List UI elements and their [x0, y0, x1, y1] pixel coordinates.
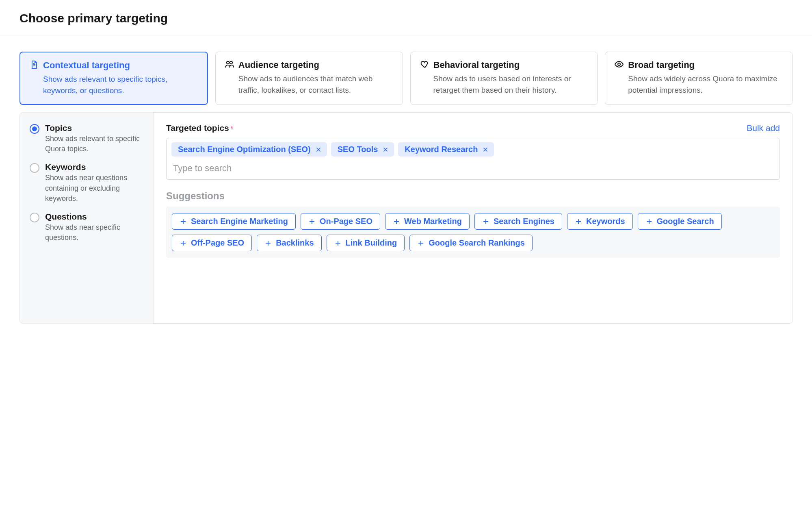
suggestion-label: Web Marketing: [404, 217, 462, 226]
suggestion-button[interactable]: Search Engine Marketing: [172, 213, 296, 230]
selected-topics-chips: Search Engine Optimization (SEO)SEO Tool…: [171, 142, 775, 157]
plus-icon: [645, 218, 653, 225]
suggestion-button[interactable]: Search Engines: [474, 213, 562, 230]
sidebar-option[interactable]: KeywordsShow ads near questions containi…: [30, 162, 144, 204]
card-title: Audience targeting: [238, 60, 319, 70]
targeting-panel: TopicsShow ads relevant to specific Quor…: [19, 112, 793, 324]
plus-icon: [180, 218, 187, 225]
chip-label: Keyword Research: [405, 145, 478, 154]
suggestion-label: Link Building: [346, 238, 397, 248]
card-title: Behavioral targeting: [433, 60, 520, 70]
plus-icon: [417, 239, 424, 247]
card-title: Contextual targeting: [43, 60, 130, 71]
topics-input-box[interactable]: Search Engine Optimization (SEO)SEO Tool…: [166, 138, 780, 180]
plus-icon: [334, 239, 342, 247]
targeting-card[interactable]: Behavioral targetingShow ads to users ba…: [410, 52, 598, 105]
chip-label: Search Engine Optimization (SEO): [178, 145, 311, 154]
selected-topic-chip: SEO Tools: [331, 142, 394, 157]
bulk-add-button[interactable]: Bulk add: [747, 123, 780, 133]
sidebar-radio-group: TopicsShow ads relevant to specific Quor…: [30, 123, 144, 243]
plus-icon: [575, 218, 582, 225]
suggestion-label: Backlinks: [276, 238, 314, 248]
plus-icon: [482, 218, 489, 225]
card-header: Contextual targeting: [29, 60, 198, 71]
suggestion-label: Google Search Rankings: [429, 238, 525, 248]
suggestion-button[interactable]: On-Page SEO: [301, 213, 380, 230]
heart-icon: [420, 59, 429, 71]
card-description: Show ads to users based on interests or …: [420, 73, 589, 96]
selected-topic-chip: Search Engine Optimization (SEO): [171, 142, 327, 157]
svg-point-1: [230, 61, 232, 64]
radio-input[interactable]: [30, 163, 39, 173]
content-area: Contextual targetingShow ads relevant to…: [0, 35, 812, 324]
suggestion-label: On-Page SEO: [320, 217, 372, 226]
selected-topic-chip: Keyword Research: [398, 142, 494, 157]
suggestion-button[interactable]: Off-Page SEO: [172, 235, 252, 251]
topics-search-input[interactable]: [171, 161, 775, 174]
card-description: Show ads relevant to specific topics, ke…: [29, 74, 198, 96]
targeting-cards-row: Contextual targetingShow ads relevant to…: [19, 52, 793, 105]
suggestions-container: Search Engine MarketingOn-Page SEOWeb Ma…: [166, 207, 780, 258]
remove-chip-icon[interactable]: [315, 146, 322, 153]
chip-label: SEO Tools: [338, 145, 378, 154]
card-header: Behavioral targeting: [420, 59, 589, 71]
suggestion-button[interactable]: Google Search Rankings: [409, 235, 533, 251]
radio-label: Topics: [45, 123, 144, 133]
card-header: Broad targeting: [614, 59, 783, 71]
plus-icon: [393, 218, 400, 225]
radio-input[interactable]: [30, 124, 39, 134]
section-title-wrap: Targeted topics*: [166, 123, 233, 133]
card-description: Show ads to audiences that match web tra…: [225, 73, 394, 96]
plus-icon: [180, 239, 187, 247]
suggestion-label: Google Search: [657, 217, 714, 226]
radio-description: Show ads near questions containing or ex…: [45, 173, 144, 204]
suggestion-button[interactable]: Backlinks: [257, 235, 321, 251]
card-header: Audience targeting: [225, 59, 394, 71]
suggestions-heading: Suggestions: [166, 190, 780, 202]
radio-label: Keywords: [45, 162, 144, 172]
suggestion-button[interactable]: Keywords: [567, 213, 633, 230]
targeting-card[interactable]: Contextual targetingShow ads relevant to…: [19, 52, 208, 105]
suggestion-label: Keywords: [586, 217, 625, 226]
sidebar-option[interactable]: TopicsShow ads relevant to specific Quor…: [30, 123, 144, 154]
suggestion-button[interactable]: Link Building: [327, 235, 405, 251]
section-header: Targeted topics* Bulk add: [166, 123, 780, 133]
suggestion-button[interactable]: Google Search: [638, 213, 722, 230]
svg-point-2: [618, 63, 620, 65]
card-description: Show ads widely across Quora to maximize…: [614, 73, 783, 96]
radio-text: QuestionsShow ads near specific question…: [45, 212, 144, 243]
radio-label: Questions: [45, 212, 144, 222]
page-title: Choose primary targeting: [0, 0, 812, 35]
radio-input[interactable]: [30, 213, 39, 222]
suggestion-label: Off-Page SEO: [191, 238, 244, 248]
targeting-sidebar: TopicsShow ads relevant to specific Quor…: [20, 113, 154, 323]
targeting-card[interactable]: Broad targetingShow ads widely across Qu…: [605, 52, 793, 105]
sidebar-option[interactable]: QuestionsShow ads near specific question…: [30, 212, 144, 243]
targeted-topics-label: Targeted topics: [166, 123, 229, 133]
radio-description: Show ads relevant to specific Quora topi…: [45, 134, 144, 154]
remove-chip-icon[interactable]: [382, 146, 389, 153]
plus-icon: [264, 239, 272, 247]
eye-icon: [614, 59, 624, 71]
svg-point-0: [227, 61, 229, 64]
required-star: *: [231, 125, 233, 132]
plus-icon: [308, 218, 316, 225]
radio-text: TopicsShow ads relevant to specific Quor…: [45, 123, 144, 154]
targeting-main: Targeted topics* Bulk add Search Engine …: [154, 113, 792, 323]
suggestion-label: Search Engine Marketing: [191, 217, 288, 226]
remove-chip-icon[interactable]: [482, 146, 489, 153]
suggestion-label: Search Engines: [494, 217, 554, 226]
radio-description: Show ads near specific questions.: [45, 222, 144, 243]
targeting-card[interactable]: Audience targetingShow ads to audiences …: [215, 52, 403, 105]
people-icon: [225, 59, 234, 71]
document-icon: [29, 60, 39, 71]
radio-text: KeywordsShow ads near questions containi…: [45, 162, 144, 204]
card-title: Broad targeting: [628, 60, 695, 70]
suggestion-button[interactable]: Web Marketing: [385, 213, 470, 230]
